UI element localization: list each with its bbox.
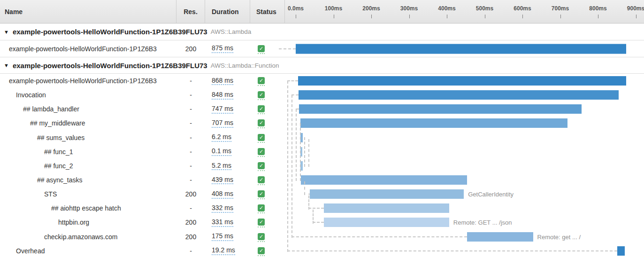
duration-link[interactable]: 408 ms: [212, 190, 233, 199]
status-badge[interactable]: ✓: [258, 77, 265, 86]
timeline-bar[interactable]: [617, 246, 624, 256]
table-row[interactable]: ## my_middleware-707 ms✓: [0, 116, 644, 130]
status-badge[interactable]: ✓: [258, 176, 265, 185]
timeline-bar[interactable]: [300, 161, 302, 171]
table-row[interactable]: example-powertools-HelloWorldFunction-1P…: [0, 40, 644, 57]
tick-mark: [447, 15, 447, 18]
status-badge[interactable]: ✓: [258, 190, 265, 199]
table-row[interactable]: Invocation-848 ms✓: [0, 88, 644, 102]
table-row[interactable]: example-powertools-HelloWorldFunction-1P…: [0, 74, 644, 88]
tick-mark: [636, 15, 636, 18]
segment-name: example-powertools-HelloWorldFunction-1P…: [9, 45, 157, 53]
timeline-bar[interactable]: [299, 90, 619, 100]
response-code: 200: [176, 219, 205, 226]
response-code: -: [176, 176, 205, 184]
table-row[interactable]: ## func_1-0.1 ms✓: [0, 145, 644, 159]
duration-link[interactable]: 707 ms: [212, 119, 233, 128]
duration-link[interactable]: 5.2 ms: [212, 162, 231, 171]
status-underline: [258, 127, 265, 128]
duration-link[interactable]: 747 ms: [212, 105, 233, 114]
duration-link[interactable]: 332 ms: [212, 204, 233, 213]
table-row[interactable]: STS200408 ms✓GetCallerIdentity: [0, 187, 644, 201]
timeline-bar[interactable]: [301, 175, 467, 185]
status-ok-check-icon[interactable]: ✓: [258, 204, 265, 211]
table-row[interactable]: checkip.amazonaws.com200175 ms✓Remote: g…: [0, 230, 644, 244]
status-ok-check-icon[interactable]: ✓: [258, 119, 265, 126]
table-row[interactable]: Overhead-19.2 ms✓: [0, 244, 644, 258]
table-header: Name Res. Duration Status 0.0ms100ms200m…: [0, 0, 644, 23]
connector-line: [308, 208, 324, 209]
status-ok-check-icon[interactable]: ✓: [258, 105, 265, 112]
duration-link[interactable]: 868 ms: [212, 77, 233, 86]
status-underline: [258, 142, 265, 143]
tick-mark: [371, 15, 372, 18]
table-row[interactable]: httpbin.org200331 ms✓Remote: GET ... /js…: [0, 215, 644, 229]
status-badge[interactable]: ✓: [258, 91, 265, 100]
status-ok-check-icon[interactable]: ✓: [258, 176, 265, 183]
status-badge[interactable]: ✓: [258, 233, 265, 242]
timeline-bar[interactable]: [296, 44, 626, 54]
duration-link[interactable]: 6.2 ms: [212, 133, 231, 142]
status-ok-check-icon[interactable]: ✓: [258, 77, 265, 84]
status-ok-check-icon[interactable]: ✓: [258, 45, 265, 52]
duration-link[interactable]: 0.1 ms: [212, 147, 231, 156]
timeline-bar[interactable]: [324, 203, 449, 213]
status-underline: [258, 255, 265, 256]
table-row[interactable]: ## async_tasks-439 ms✓: [0, 173, 644, 187]
timeline-bar[interactable]: [299, 104, 581, 114]
status-badge[interactable]: ✓: [258, 247, 265, 256]
timeline-bar[interactable]: [324, 218, 449, 227]
timeline-bar[interactable]: [300, 147, 302, 156]
status-underline: [258, 156, 265, 157]
status-ok-check-icon[interactable]: ✓: [258, 162, 265, 169]
status-ok-check-icon[interactable]: ✓: [258, 247, 265, 254]
collapse-arrow-icon[interactable]: ▼: [4, 29, 9, 35]
status-ok-check-icon[interactable]: ✓: [258, 91, 265, 98]
duration-link[interactable]: 875 ms: [212, 44, 233, 53]
group-header[interactable]: ▼example-powertools-HelloWorldFunction-1…: [0, 23, 644, 40]
status-badge[interactable]: ✓: [258, 119, 265, 128]
segment-name: ## lambda_handler: [23, 105, 79, 113]
status-badge[interactable]: ✓: [258, 148, 265, 157]
tick-mark: [485, 15, 485, 18]
table-row[interactable]: ## lambda_handler-747 ms✓: [0, 102, 644, 116]
connector-line: [296, 109, 299, 109]
status-underline: [258, 227, 265, 227]
status-ok-check-icon[interactable]: ✓: [258, 219, 265, 226]
duration-link[interactable]: 331 ms: [212, 218, 233, 227]
segment-name: example-powertools-HelloWorldFunction-1P…: [9, 77, 157, 85]
status-badge[interactable]: ✓: [258, 162, 265, 171]
group-header[interactable]: ▼example-powertools-HelloWorldFunction-1…: [0, 57, 644, 74]
table-row[interactable]: ## func_2-5.2 ms✓: [0, 159, 644, 173]
timeline-bar[interactable]: [300, 133, 303, 142]
timeline-bar[interactable]: [298, 76, 626, 86]
status-badge[interactable]: ✓: [258, 204, 265, 213]
bar-annotation: Remote: GET ... /json: [453, 219, 512, 226]
status-badge[interactable]: ✓: [258, 219, 265, 227]
response-code: 200: [176, 233, 205, 241]
status-badge[interactable]: ✓: [258, 105, 265, 114]
duration-link[interactable]: 19.2 ms: [212, 246, 235, 255]
timeline-bar[interactable]: [310, 189, 464, 199]
table-row[interactable]: ## aiohttp escape hatch-332 ms✓: [0, 201, 644, 215]
timeline-bar[interactable]: [300, 118, 567, 128]
collapse-arrow-icon[interactable]: ▼: [4, 63, 9, 68]
duration-link[interactable]: 439 ms: [212, 176, 233, 185]
tick-label: 300ms: [393, 5, 426, 12]
tick-label: 400ms: [430, 5, 463, 12]
response-code: -: [176, 148, 205, 156]
duration-link[interactable]: 175 ms: [212, 232, 233, 241]
segment-name: checkip.amazonaws.com: [44, 233, 117, 241]
status-badge[interactable]: ✓: [258, 45, 265, 54]
tick-label: 600ms: [506, 5, 539, 12]
column-header-name: Name: [0, 0, 176, 23]
status-ok-check-icon[interactable]: ✓: [258, 134, 265, 141]
table-row[interactable]: ## sums_values-6.2 ms✓: [0, 131, 644, 145]
duration-link[interactable]: 848 ms: [212, 91, 233, 100]
status-ok-check-icon[interactable]: ✓: [258, 233, 265, 240]
timeline-bar[interactable]: [467, 232, 533, 242]
status-ok-check-icon[interactable]: ✓: [258, 190, 265, 197]
group-resource-type: AWS::Lambda::Function: [211, 62, 279, 69]
status-ok-check-icon[interactable]: ✓: [258, 148, 265, 155]
status-badge[interactable]: ✓: [258, 134, 265, 143]
